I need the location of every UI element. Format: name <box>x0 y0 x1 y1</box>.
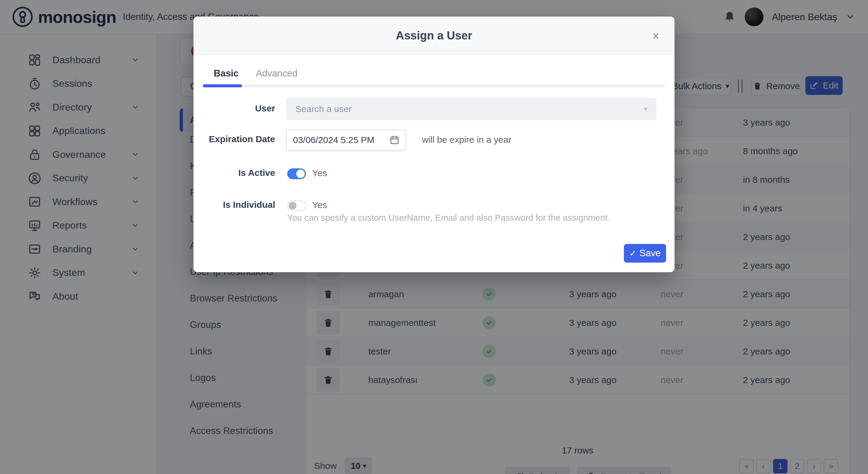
tab-advanced[interactable]: Advanced <box>256 66 298 81</box>
toggle-knob <box>296 170 305 178</box>
assign-user-modal: Assign a User × Basic Advanced User Sear… <box>193 16 675 272</box>
calendar-icon[interactable] <box>390 135 400 145</box>
is-active-label: Is Active <box>193 168 275 178</box>
user-field-label: User <box>193 103 275 113</box>
modal-title: Assign a User <box>193 16 675 55</box>
toggle-knob <box>289 202 297 210</box>
expiration-date-input[interactable]: 03/06/2024 5:25 PM <box>286 130 406 150</box>
close-icon[interactable]: × <box>647 27 664 44</box>
is-active-toggle[interactable] <box>287 168 306 179</box>
expiration-date-value: 03/06/2024 5:25 PM <box>293 135 374 145</box>
tab-active-indicator <box>203 84 242 87</box>
expiration-hint: will be expire in a year <box>422 135 512 145</box>
save-label: Save <box>639 248 661 259</box>
is-active-value: Yes <box>312 168 327 178</box>
is-individual-value: Yes <box>312 200 327 210</box>
is-individual-toggle[interactable] <box>287 200 306 211</box>
app-root: monosign Identity, Access and Governance… <box>0 0 868 474</box>
user-search-placeholder: Search a user <box>296 104 352 114</box>
user-search-select[interactable]: Search a user ▾ <box>286 98 656 120</box>
save-button[interactable]: ✓ Save <box>624 244 666 263</box>
check-icon: ✓ <box>629 248 636 259</box>
tab-basic[interactable]: Basic <box>214 66 239 81</box>
modal-header: Assign a User × <box>193 16 675 55</box>
expiration-field-label: Expiration Date <box>193 134 275 144</box>
is-individual-label: Is Individual <box>193 200 275 210</box>
select-caret-icon: ▾ <box>644 105 647 113</box>
tab-track <box>203 84 665 87</box>
is-individual-helper-text: You can spesify a custom UserName, Email… <box>287 213 622 223</box>
